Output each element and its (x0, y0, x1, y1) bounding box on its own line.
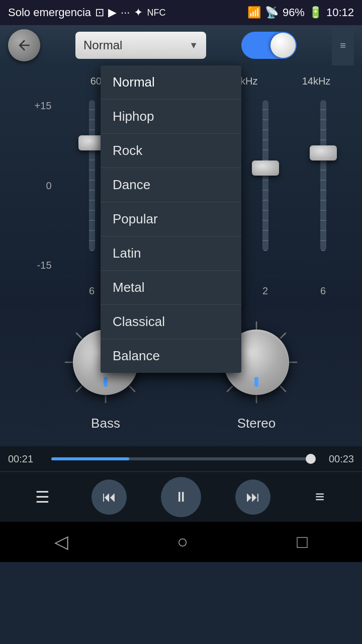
bass-label: Bass (91, 416, 120, 431)
progress-fill (51, 457, 129, 460)
back-button[interactable] (8, 29, 40, 61)
side-menu-button[interactable]: ≡ (332, 25, 354, 65)
dropdown-item-normal[interactable]: Normal (101, 65, 241, 100)
dropdown-item-dance[interactable]: Dance (101, 168, 241, 202)
rewind-button[interactable]: ⏮ (92, 479, 127, 515)
preset-label: Normal (83, 38, 122, 52)
nav-home-button[interactable]: ○ (177, 531, 188, 552)
forward-button[interactable]: ⏭ (235, 479, 270, 515)
svg-line-7 (130, 386, 135, 391)
menu-icon: ≡ (340, 40, 346, 51)
status-bar: Solo emergencia ⊡ ▶ ··· ✦ NFC 📶 📡 96% 🔋 … (0, 0, 362, 25)
progress-area: 00:21 00:23 (0, 446, 362, 471)
carrier-text: Solo emergencia (8, 6, 91, 19)
db-label-top: +15 (22, 100, 52, 112)
signal-icon: 📶 (247, 6, 261, 19)
play-icon: ▶ (108, 6, 117, 19)
db-labels: +15 0 -15 (22, 90, 52, 281)
forward-icon: ⏭ (246, 489, 260, 505)
nav-back-button[interactable]: ◁ (54, 531, 68, 552)
freq-num-3: 2 (248, 285, 283, 297)
queue-button[interactable]: ≡ (305, 482, 335, 512)
stereo-knob-indicator (254, 377, 258, 387)
nfc-icon: NFC (147, 8, 165, 18)
eq-freq-label-3: 14kHz (296, 75, 336, 87)
eq-slider-knob-4[interactable] (310, 145, 337, 160)
eq-slider-track-4 (320, 100, 326, 251)
freq-num-4: 6 (306, 285, 341, 297)
eq-slider-3[interactable] (248, 90, 283, 281)
more-icon: ··· (121, 6, 130, 19)
bass-knob-indicator (104, 377, 108, 387)
stereo-label: Stereo (237, 416, 276, 431)
progress-seek-knob[interactable] (306, 454, 316, 464)
battery-icon: 🔋 (309, 6, 322, 19)
dropdown-arrow-icon: ▼ (189, 40, 198, 51)
playlist-button[interactable]: ☰ (27, 482, 57, 512)
eq-slider-track-0 (89, 100, 95, 251)
dropdown-item-rock[interactable]: Rock (101, 134, 241, 168)
queue-icon: ≡ (315, 488, 325, 506)
rewind-icon: ⏮ (102, 489, 116, 505)
total-time: 00:23 (319, 453, 354, 465)
dropdown-item-balance[interactable]: Balance (101, 339, 241, 373)
eq-toggle[interactable] (241, 32, 297, 59)
svg-line-14 (227, 386, 232, 391)
status-left: Solo emergencia ⊡ ▶ ··· ✦ NFC (8, 6, 165, 19)
dropdown-item-metal[interactable]: Metal (101, 271, 241, 305)
back-icon (16, 37, 32, 53)
wifi-icon: 📡 (265, 6, 279, 19)
dropdown-item-classical[interactable]: Classical (101, 305, 241, 339)
pause-icon: ⏸ (174, 489, 188, 505)
eq-slider-track-3 (262, 100, 268, 251)
playback-controls: ☰ ⏮ ⏸ ⏭ ≡ (0, 471, 362, 522)
db-label-mid: 0 (22, 180, 52, 192)
dropdown-item-latin[interactable]: Latin (101, 236, 241, 271)
svg-line-13 (281, 333, 286, 338)
svg-line-4 (76, 333, 81, 338)
playlist-icon: ☰ (35, 488, 50, 507)
dropdown-item-popular[interactable]: Popular (101, 202, 241, 236)
preset-dropdown-menu[interactable]: Normal Hiphop Rock Dance Popular Latin M… (101, 65, 241, 373)
app-header: Normal ▼ ≡ (0, 25, 362, 65)
status-right: 📶 📡 96% 🔋 10:12 (247, 6, 354, 19)
eq-slider-4[interactable] (306, 90, 341, 281)
nav-recent-button[interactable]: □ (297, 531, 308, 552)
pause-button[interactable]: ⏸ (161, 477, 201, 517)
battery-text: 96% (283, 6, 305, 19)
nav-bar: ◁ ○ □ (0, 522, 362, 562)
eq-slider-knob-3[interactable] (252, 160, 279, 176)
dropdown-item-hiphop[interactable]: Hiphop (101, 100, 241, 134)
preset-button[interactable]: Normal ▼ (75, 32, 206, 59)
svg-line-15 (281, 386, 286, 391)
bluetooth-icon: ✦ (134, 6, 143, 19)
toggle-knob (270, 33, 296, 58)
photo-icon: ⊡ (95, 6, 104, 19)
preset-dropdown[interactable]: Normal ▼ (75, 32, 206, 59)
time-text: 10:12 (326, 6, 354, 19)
progress-bar[interactable] (51, 457, 311, 460)
svg-line-6 (76, 386, 81, 391)
db-label-bot: -15 (22, 260, 52, 271)
current-time: 00:21 (8, 453, 43, 465)
